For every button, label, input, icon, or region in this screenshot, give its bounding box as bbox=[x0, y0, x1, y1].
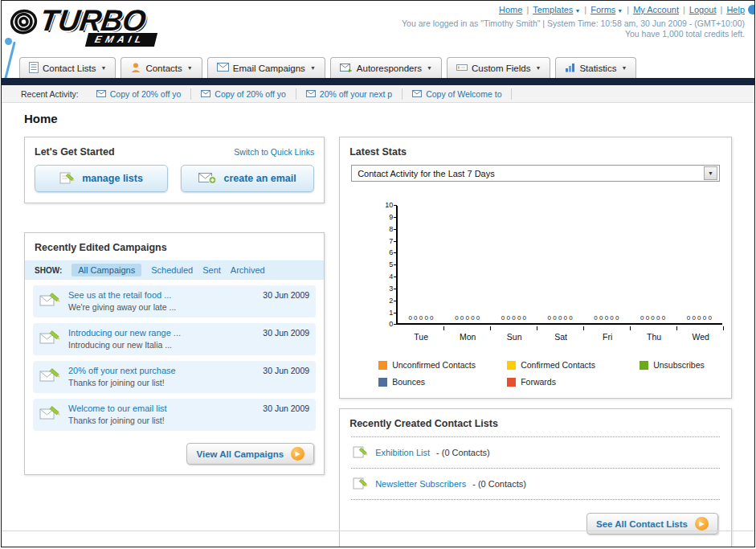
contact-lists-title: Recently Created Contact Lists bbox=[349, 418, 498, 429]
campaign-subtitle: We're giving away our late ... bbox=[68, 302, 256, 312]
switch-quick-links[interactable]: Switch to Quick Links bbox=[234, 147, 314, 157]
link-my-account[interactable]: My Account bbox=[633, 5, 679, 14]
pencil-icon bbox=[353, 445, 369, 461]
get-started-title: Let's Get Started bbox=[35, 146, 115, 158]
chart-bar-group: 0 0 0 0 0 bbox=[630, 206, 676, 323]
nav-tab-autoresponders[interactable]: Autoresponders ▼ bbox=[330, 57, 442, 78]
contacts-icon bbox=[130, 62, 141, 75]
stats-period-dropdown[interactable]: Contact Activity for the Last 7 Days ▼ bbox=[351, 165, 720, 182]
contact-activity-chart: 10 9 8 7 6 5 4 3 2 1 0 0 0 0 bbox=[375, 206, 720, 347]
campaign-title-link[interactable]: 20% off your next purchase bbox=[68, 366, 256, 375]
chart-bar-group: 0 0 0 0 0 bbox=[491, 206, 537, 323]
pencil-icon bbox=[353, 476, 369, 492]
top-nav-links: Home|Templates▼|Forms▼|My Account|Logout… bbox=[499, 5, 745, 14]
envelope-icon bbox=[96, 89, 106, 99]
view-all-campaigns-button[interactable]: View All Campaigns ▶ bbox=[186, 443, 314, 465]
x-axis-ticks bbox=[398, 326, 724, 330]
campaign-title-link[interactable]: Welcome to our email list bbox=[68, 404, 256, 413]
y-tick-label: 3 bbox=[375, 285, 393, 293]
legend-swatch bbox=[378, 378, 387, 387]
legend-swatch bbox=[640, 361, 648, 370]
link-templates[interactable]: Templates bbox=[533, 5, 573, 14]
contact-lists-icon bbox=[29, 62, 39, 75]
manage-lists-button[interactable]: manage lists bbox=[35, 165, 168, 192]
link-help[interactable]: Help bbox=[726, 5, 745, 14]
see-all-contact-lists-label: See All Contact Lists bbox=[596, 519, 688, 529]
nav-tab-contacts[interactable]: Contacts ▼ bbox=[121, 57, 202, 78]
nav-tab-label: Email Campaigns bbox=[233, 64, 305, 73]
nav-tab-contact-lists[interactable]: Contact Lists ▼ bbox=[19, 57, 116, 78]
campaign-row: Welcome to our email list Thanks for joi… bbox=[33, 399, 316, 431]
campaign-row: Introducing our new range ... Introducin… bbox=[33, 323, 316, 355]
link-logout[interactable]: Logout bbox=[689, 5, 717, 14]
campaigns-title: Recently Edited Campaigns bbox=[35, 242, 167, 253]
campaign-title-link[interactable]: See us at the retail food ... bbox=[68, 290, 256, 300]
campaign-subtitle: Thanks for joining our list! bbox=[68, 378, 256, 387]
chevron-down-icon: ▼ bbox=[617, 8, 623, 14]
campaign-date: 30 Jun 2009 bbox=[263, 366, 309, 375]
recent-activity-item[interactable]: Copy of Welcome to bbox=[403, 88, 512, 100]
campaign-date: 30 Jun 2009 bbox=[263, 290, 309, 300]
campaign-filter-bar: SHOW: All Campaigns Scheduled Sent Archi… bbox=[25, 260, 324, 280]
logo-subtitle: EMAIL bbox=[85, 33, 158, 47]
x-tick-label: Tue bbox=[398, 332, 444, 342]
chevron-down-icon: ▼ bbox=[574, 8, 580, 14]
chevron-down-icon: ▼ bbox=[427, 65, 432, 71]
latest-stats-panel: Latest Stats Contact Activity for the La… bbox=[339, 137, 732, 399]
create-email-button[interactable]: create an email bbox=[181, 165, 314, 192]
filter-archived[interactable]: Archived bbox=[231, 265, 265, 275]
campaign-subtitle: Introducing our new Italia ... bbox=[68, 340, 256, 350]
nav-tab-statistics[interactable]: Statistics ▼ bbox=[555, 57, 636, 78]
chevron-down-icon: ▼ bbox=[621, 65, 627, 71]
chevron-down-icon: ▼ bbox=[310, 65, 316, 71]
custom-fields-icon bbox=[456, 63, 468, 74]
chart-bar-group: 0 0 0 0 0 bbox=[444, 206, 491, 323]
login-info: You are logged in as "Timothy Smith" | S… bbox=[402, 18, 745, 28]
x-tick-label: Sat bbox=[537, 332, 584, 342]
nav-tab-label: Contact Lists bbox=[43, 64, 96, 73]
filter-all-campaigns[interactable]: All Campaigns bbox=[72, 264, 141, 277]
right-column: Latest Stats Contact Activity for the La… bbox=[339, 137, 732, 547]
envelope-icon bbox=[201, 89, 210, 99]
chart-legend: Unconfirmed Contacts Confirmed Contacts … bbox=[378, 360, 720, 387]
y-tick-label: 2 bbox=[375, 297, 393, 305]
campaign-title-link[interactable]: Introducing our new range ... bbox=[68, 328, 256, 338]
legend-swatch bbox=[378, 361, 387, 370]
filter-scheduled[interactable]: Scheduled bbox=[151, 265, 193, 275]
legend-item: Unconfirmed Contacts bbox=[378, 360, 507, 370]
nav-tab-label: Autoresponders bbox=[357, 64, 422, 73]
envelope-icon bbox=[306, 89, 316, 99]
view-all-campaigns-label: View All Campaigns bbox=[196, 449, 284, 459]
legend-label: Confirmed Contacts bbox=[521, 360, 595, 370]
activity-link: Copy of Welcome to bbox=[426, 89, 501, 99]
contact-list-count: - (0 Contacts) bbox=[472, 479, 526, 489]
y-tick-label: 10 bbox=[375, 201, 393, 210]
recent-activity-item[interactable]: Copy of 20% off yo bbox=[191, 88, 296, 100]
chart-bar-group: 0 0 0 0 0 bbox=[676, 206, 722, 323]
legend-swatch bbox=[507, 361, 516, 370]
nav-tab-label: Contacts bbox=[145, 64, 182, 73]
chevron-down-icon: ▼ bbox=[704, 166, 717, 180]
y-tick-label: 7 bbox=[375, 237, 393, 246]
autoresponder-icon bbox=[340, 63, 353, 74]
header: TURBO EMAIL Home|Templates▼|Forms▼|My Ac… bbox=[2, 1, 754, 54]
nav-tab-email-campaigns[interactable]: Email Campaigns ▼ bbox=[207, 57, 325, 78]
nav-tab-custom-fields[interactable]: Custom Fields ▼ bbox=[447, 57, 550, 78]
legend-label: Unsubscribes bbox=[653, 360, 705, 370]
recent-activity-item[interactable]: 20% off your next p bbox=[296, 88, 403, 100]
y-tick-label: 4 bbox=[375, 272, 393, 281]
link-home[interactable]: Home bbox=[499, 5, 522, 14]
recent-activity-item[interactable]: Copy of 20% off yo bbox=[87, 88, 192, 100]
contact-list-link[interactable]: Exhibition List bbox=[375, 448, 430, 457]
recent-activity-label: Recent Activity: bbox=[21, 89, 79, 99]
link-forms[interactable]: Forms bbox=[590, 5, 615, 14]
contact-list-link[interactable]: Newsletter Subscribers bbox=[375, 479, 466, 489]
arrow-right-icon: ▶ bbox=[291, 447, 304, 461]
filter-sent[interactable]: Sent bbox=[202, 265, 221, 275]
corner-dot bbox=[748, 5, 755, 14]
envelope-pencil-icon bbox=[39, 366, 62, 388]
app-window: TURBO EMAIL Home|Templates▼|Forms▼|My Ac… bbox=[1, 0, 755, 547]
campaign-subtitle: Thanks for joining our list! bbox=[68, 416, 256, 425]
chart-bar-group: 0 0 0 0 0 bbox=[398, 206, 444, 323]
campaign-date: 30 Jun 2009 bbox=[263, 404, 309, 413]
